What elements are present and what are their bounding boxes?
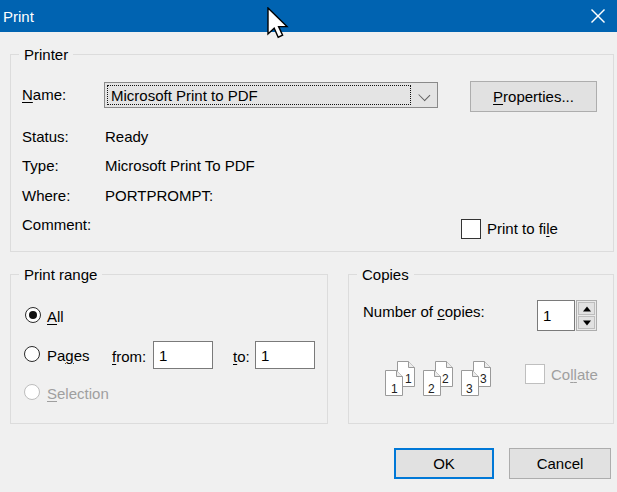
where-label: Where: [22,187,70,205]
cancel-button-label: Cancel [537,455,584,472]
window-title: Print [0,8,34,25]
pages-from-label: from: [112,348,146,366]
svg-text:3: 3 [480,372,487,386]
status-value: Ready [105,128,148,146]
print-range-group-label: Print range [19,265,102,284]
radio-pages[interactable] [24,346,40,362]
close-icon [590,8,606,24]
cancel-button[interactable]: Cancel [509,448,611,479]
number-of-copies-input[interactable] [537,300,575,331]
title-bar: Print [0,0,617,32]
svg-text:3: 3 [466,382,473,396]
properties-button-label: Properties... [493,88,574,105]
ok-button-label: OK [433,455,455,472]
printer-group-label: Printer [19,45,73,64]
collate-checkbox [525,364,545,384]
collate-page-pair: 3 3 [460,360,493,402]
collate-page-pair: 2 2 [422,360,455,402]
svg-text:1: 1 [405,372,412,386]
spinner-up-button[interactable] [578,302,595,315]
collate-label: Collate [551,366,598,384]
svg-text:2: 2 [442,372,449,386]
where-value: PORTPROMPT: [105,187,213,205]
radio-all[interactable] [25,307,41,323]
radio-selection [24,384,40,400]
type-value: Microsoft Print To PDF [105,157,255,175]
collate-pages-icon: 1 1 2 2 3 3 [384,360,499,402]
pages-to-label: to: [233,348,250,366]
print-to-file-label: Print to file [487,220,558,238]
svg-text:2: 2 [428,382,435,396]
close-button[interactable] [581,0,615,32]
type-label: Type: [22,157,59,175]
chevron-down-icon [418,89,430,101]
printer-name-combobox[interactable]: Microsoft Print to PDF [104,82,438,108]
copies-spinner [576,300,597,331]
svg-text:1: 1 [391,382,398,396]
combobox-focus-rect: Microsoft Print to PDF [107,85,411,105]
properties-button[interactable]: Properties... [470,81,597,112]
arrow-down-icon [583,320,591,325]
pages-to-input[interactable] [255,341,315,369]
status-label: Status: [22,128,69,146]
radio-all-label: All [47,308,64,326]
spinner-down-button[interactable] [578,316,595,329]
print-dialog: Print Printer Name: Microsoft Print to P… [0,0,617,492]
printer-name-label: Name: [22,86,66,104]
number-of-copies-label: Number of copies: [363,303,485,321]
pages-from-input[interactable] [153,341,213,369]
print-to-file-checkbox[interactable] [461,219,481,239]
comment-label: Comment: [22,216,91,234]
radio-pages-label: Pages [47,347,90,365]
printer-name-value: Microsoft Print to PDF [108,87,258,104]
ok-button[interactable]: OK [394,448,494,479]
radio-selection-label: Selection [47,385,109,403]
arrow-up-icon [583,306,591,311]
copies-group-label: Copies [357,265,414,284]
collate-page-pair: 1 1 [384,360,417,402]
